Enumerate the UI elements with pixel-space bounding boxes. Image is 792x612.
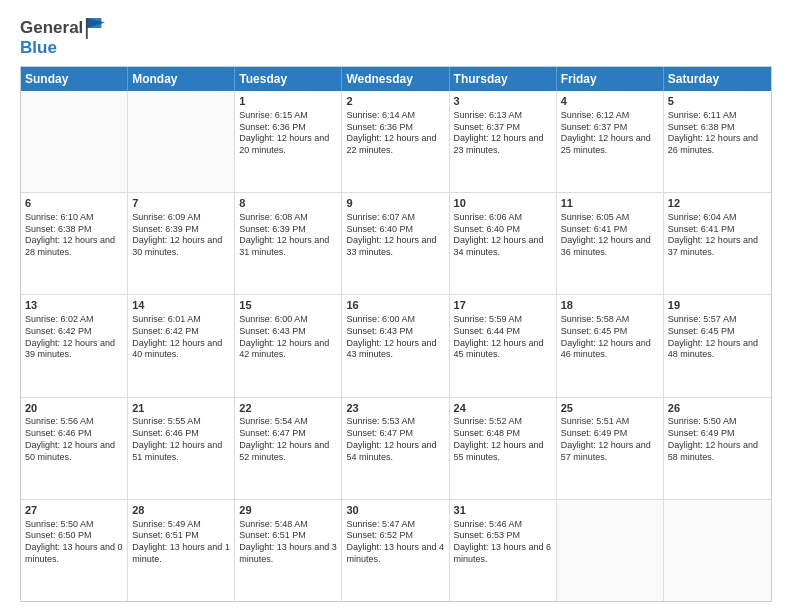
calendar-cell: 14Sunrise: 6:01 AM Sunset: 6:42 PM Dayli… bbox=[128, 295, 235, 396]
calendar-body: 1Sunrise: 6:15 AM Sunset: 6:36 PM Daylig… bbox=[21, 91, 771, 601]
calendar-cell: 19Sunrise: 5:57 AM Sunset: 6:45 PM Dayli… bbox=[664, 295, 771, 396]
calendar-cell: 13Sunrise: 6:02 AM Sunset: 6:42 PM Dayli… bbox=[21, 295, 128, 396]
cell-sun-info: Sunrise: 6:14 AM Sunset: 6:36 PM Dayligh… bbox=[346, 110, 444, 157]
calendar-cell: 5Sunrise: 6:11 AM Sunset: 6:38 PM Daylig… bbox=[664, 91, 771, 192]
calendar-cell: 3Sunrise: 6:13 AM Sunset: 6:37 PM Daylig… bbox=[450, 91, 557, 192]
calendar-cell: 17Sunrise: 5:59 AM Sunset: 6:44 PM Dayli… bbox=[450, 295, 557, 396]
day-number: 29 bbox=[239, 503, 337, 518]
cell-sun-info: Sunrise: 6:00 AM Sunset: 6:43 PM Dayligh… bbox=[346, 314, 444, 361]
calendar-header: SundayMondayTuesdayWednesdayThursdayFrid… bbox=[21, 67, 771, 91]
calendar-cell: 16Sunrise: 6:00 AM Sunset: 6:43 PM Dayli… bbox=[342, 295, 449, 396]
calendar-cell: 20Sunrise: 5:56 AM Sunset: 6:46 PM Dayli… bbox=[21, 398, 128, 499]
weekday-header-friday: Friday bbox=[557, 67, 664, 91]
day-number: 1 bbox=[239, 94, 337, 109]
calendar-cell: 1Sunrise: 6:15 AM Sunset: 6:36 PM Daylig… bbox=[235, 91, 342, 192]
cell-sun-info: Sunrise: 5:50 AM Sunset: 6:50 PM Dayligh… bbox=[25, 519, 123, 566]
calendar-grid: SundayMondayTuesdayWednesdayThursdayFrid… bbox=[20, 66, 772, 602]
calendar-cell: 27Sunrise: 5:50 AM Sunset: 6:50 PM Dayli… bbox=[21, 500, 128, 601]
logo-flag-icon bbox=[85, 16, 105, 40]
day-number: 21 bbox=[132, 401, 230, 416]
day-number: 25 bbox=[561, 401, 659, 416]
cell-sun-info: Sunrise: 6:04 AM Sunset: 6:41 PM Dayligh… bbox=[668, 212, 767, 259]
cell-sun-info: Sunrise: 6:07 AM Sunset: 6:40 PM Dayligh… bbox=[346, 212, 444, 259]
weekday-header-monday: Monday bbox=[128, 67, 235, 91]
calendar-cell: 22Sunrise: 5:54 AM Sunset: 6:47 PM Dayli… bbox=[235, 398, 342, 499]
day-number: 20 bbox=[25, 401, 123, 416]
weekday-header-thursday: Thursday bbox=[450, 67, 557, 91]
weekday-header-saturday: Saturday bbox=[664, 67, 771, 91]
calendar-cell: 2Sunrise: 6:14 AM Sunset: 6:36 PM Daylig… bbox=[342, 91, 449, 192]
calendar-cell bbox=[128, 91, 235, 192]
calendar-cell: 28Sunrise: 5:49 AM Sunset: 6:51 PM Dayli… bbox=[128, 500, 235, 601]
cell-sun-info: Sunrise: 5:56 AM Sunset: 6:46 PM Dayligh… bbox=[25, 416, 123, 463]
cell-sun-info: Sunrise: 5:49 AM Sunset: 6:51 PM Dayligh… bbox=[132, 519, 230, 566]
page-header: General Blue bbox=[20, 16, 772, 58]
cell-sun-info: Sunrise: 6:12 AM Sunset: 6:37 PM Dayligh… bbox=[561, 110, 659, 157]
cell-sun-info: Sunrise: 5:53 AM Sunset: 6:47 PM Dayligh… bbox=[346, 416, 444, 463]
day-number: 17 bbox=[454, 298, 552, 313]
cell-sun-info: Sunrise: 6:05 AM Sunset: 6:41 PM Dayligh… bbox=[561, 212, 659, 259]
cell-sun-info: Sunrise: 5:57 AM Sunset: 6:45 PM Dayligh… bbox=[668, 314, 767, 361]
day-number: 14 bbox=[132, 298, 230, 313]
cell-sun-info: Sunrise: 6:11 AM Sunset: 6:38 PM Dayligh… bbox=[668, 110, 767, 157]
weekday-header-sunday: Sunday bbox=[21, 67, 128, 91]
day-number: 10 bbox=[454, 196, 552, 211]
day-number: 23 bbox=[346, 401, 444, 416]
day-number: 2 bbox=[346, 94, 444, 109]
weekday-header-wednesday: Wednesday bbox=[342, 67, 449, 91]
calendar-cell: 11Sunrise: 6:05 AM Sunset: 6:41 PM Dayli… bbox=[557, 193, 664, 294]
day-number: 4 bbox=[561, 94, 659, 109]
cell-sun-info: Sunrise: 5:54 AM Sunset: 6:47 PM Dayligh… bbox=[239, 416, 337, 463]
cell-sun-info: Sunrise: 5:52 AM Sunset: 6:48 PM Dayligh… bbox=[454, 416, 552, 463]
calendar-cell: 25Sunrise: 5:51 AM Sunset: 6:49 PM Dayli… bbox=[557, 398, 664, 499]
cell-sun-info: Sunrise: 6:02 AM Sunset: 6:42 PM Dayligh… bbox=[25, 314, 123, 361]
day-number: 24 bbox=[454, 401, 552, 416]
calendar-row-2: 13Sunrise: 6:02 AM Sunset: 6:42 PM Dayli… bbox=[21, 295, 771, 397]
calendar-row-1: 6Sunrise: 6:10 AM Sunset: 6:38 PM Daylig… bbox=[21, 193, 771, 295]
cell-sun-info: Sunrise: 6:00 AM Sunset: 6:43 PM Dayligh… bbox=[239, 314, 337, 361]
calendar-row-3: 20Sunrise: 5:56 AM Sunset: 6:46 PM Dayli… bbox=[21, 398, 771, 500]
day-number: 11 bbox=[561, 196, 659, 211]
cell-sun-info: Sunrise: 6:10 AM Sunset: 6:38 PM Dayligh… bbox=[25, 212, 123, 259]
calendar-cell: 30Sunrise: 5:47 AM Sunset: 6:52 PM Dayli… bbox=[342, 500, 449, 601]
cell-sun-info: Sunrise: 5:46 AM Sunset: 6:53 PM Dayligh… bbox=[454, 519, 552, 566]
day-number: 22 bbox=[239, 401, 337, 416]
day-number: 8 bbox=[239, 196, 337, 211]
cell-sun-info: Sunrise: 5:50 AM Sunset: 6:49 PM Dayligh… bbox=[668, 416, 767, 463]
cell-sun-info: Sunrise: 6:09 AM Sunset: 6:39 PM Dayligh… bbox=[132, 212, 230, 259]
cell-sun-info: Sunrise: 5:59 AM Sunset: 6:44 PM Dayligh… bbox=[454, 314, 552, 361]
calendar-cell bbox=[557, 500, 664, 601]
day-number: 31 bbox=[454, 503, 552, 518]
calendar-cell: 6Sunrise: 6:10 AM Sunset: 6:38 PM Daylig… bbox=[21, 193, 128, 294]
day-number: 9 bbox=[346, 196, 444, 211]
calendar-cell: 9Sunrise: 6:07 AM Sunset: 6:40 PM Daylig… bbox=[342, 193, 449, 294]
calendar-cell bbox=[664, 500, 771, 601]
day-number: 16 bbox=[346, 298, 444, 313]
calendar-cell: 18Sunrise: 5:58 AM Sunset: 6:45 PM Dayli… bbox=[557, 295, 664, 396]
day-number: 15 bbox=[239, 298, 337, 313]
cell-sun-info: Sunrise: 5:55 AM Sunset: 6:46 PM Dayligh… bbox=[132, 416, 230, 463]
cell-sun-info: Sunrise: 6:08 AM Sunset: 6:39 PM Dayligh… bbox=[239, 212, 337, 259]
logo-general-text: General bbox=[20, 18, 83, 38]
calendar-cell: 29Sunrise: 5:48 AM Sunset: 6:51 PM Dayli… bbox=[235, 500, 342, 601]
day-number: 13 bbox=[25, 298, 123, 313]
calendar-cell: 4Sunrise: 6:12 AM Sunset: 6:37 PM Daylig… bbox=[557, 91, 664, 192]
logo: General Blue bbox=[20, 16, 105, 58]
calendar-page: General Blue SundayMondayTuesdayWednesda… bbox=[0, 0, 792, 612]
calendar-cell: 10Sunrise: 6:06 AM Sunset: 6:40 PM Dayli… bbox=[450, 193, 557, 294]
cell-sun-info: Sunrise: 6:06 AM Sunset: 6:40 PM Dayligh… bbox=[454, 212, 552, 259]
calendar-cell: 21Sunrise: 5:55 AM Sunset: 6:46 PM Dayli… bbox=[128, 398, 235, 499]
calendar-row-0: 1Sunrise: 6:15 AM Sunset: 6:36 PM Daylig… bbox=[21, 91, 771, 193]
calendar-cell: 7Sunrise: 6:09 AM Sunset: 6:39 PM Daylig… bbox=[128, 193, 235, 294]
calendar-cell: 8Sunrise: 6:08 AM Sunset: 6:39 PM Daylig… bbox=[235, 193, 342, 294]
day-number: 5 bbox=[668, 94, 767, 109]
calendar-cell bbox=[21, 91, 128, 192]
day-number: 28 bbox=[132, 503, 230, 518]
cell-sun-info: Sunrise: 5:51 AM Sunset: 6:49 PM Dayligh… bbox=[561, 416, 659, 463]
calendar-cell: 15Sunrise: 6:00 AM Sunset: 6:43 PM Dayli… bbox=[235, 295, 342, 396]
day-number: 12 bbox=[668, 196, 767, 211]
cell-sun-info: Sunrise: 6:01 AM Sunset: 6:42 PM Dayligh… bbox=[132, 314, 230, 361]
cell-sun-info: Sunrise: 5:58 AM Sunset: 6:45 PM Dayligh… bbox=[561, 314, 659, 361]
cell-sun-info: Sunrise: 6:13 AM Sunset: 6:37 PM Dayligh… bbox=[454, 110, 552, 157]
calendar-cell: 31Sunrise: 5:46 AM Sunset: 6:53 PM Dayli… bbox=[450, 500, 557, 601]
